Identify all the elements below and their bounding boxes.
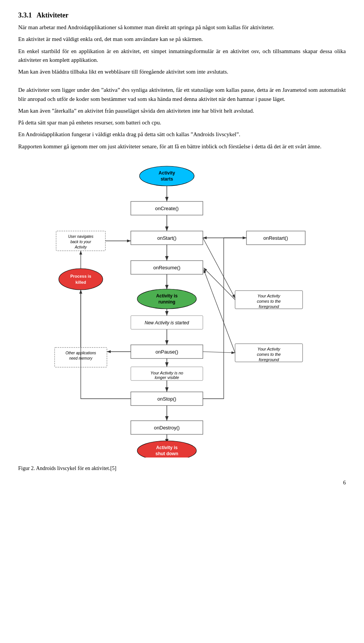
svg-text:starts: starts <box>161 176 173 182</box>
svg-text:Activity: Activity <box>158 170 175 176</box>
svg-text:Activity: Activity <box>74 245 87 249</box>
svg-text:Your Activity: Your Activity <box>257 347 281 351</box>
paragraph-3: En enkel startbild för en applikation är… <box>18 47 346 65</box>
svg-text:New Activity is started: New Activity is started <box>145 320 189 325</box>
paragraph-4: Man kan även bläddra tillbaka likt en we… <box>18 68 346 76</box>
svg-text:running: running <box>158 299 176 305</box>
paragraph-2: En aktivitet är med väldigt enkla ord, d… <box>18 35 346 44</box>
svg-text:comes to the: comes to the <box>257 299 281 303</box>
section-heading: 3.3.1 Aktiviteter <box>18 11 346 19</box>
svg-line-64 <box>203 238 235 298</box>
svg-text:Your Activity is no: Your Activity is no <box>151 371 183 375</box>
svg-text:onDestroy(): onDestroy() <box>154 425 180 431</box>
svg-text:longer visible: longer visible <box>155 375 179 380</box>
svg-text:foreground: foreground <box>259 357 279 362</box>
page-number: 6 <box>343 480 346 486</box>
svg-text:User navigates: User navigates <box>68 234 94 239</box>
svg-text:Process is: Process is <box>70 274 91 278</box>
svg-text:onCreate(): onCreate() <box>155 206 179 211</box>
svg-text:Your Activity: Your Activity <box>257 294 281 298</box>
svg-text:onStop(): onStop() <box>157 396 176 402</box>
figure-caption: Figur 2. Androids livscykel för en aktiv… <box>18 464 346 473</box>
svg-line-63 <box>203 352 235 353</box>
svg-point-54 <box>59 269 103 290</box>
svg-point-17 <box>137 289 196 309</box>
android-lifecycle-diagram: Activity starts onCreate() onStart() onR… <box>18 162 346 457</box>
svg-text:shut down: shut down <box>155 451 178 456</box>
paragraph-7: På detta sätt spar man på enhetes resurs… <box>18 118 346 127</box>
paragraph-6: Man kan även ”återkalla” en aktivitet fr… <box>18 107 346 115</box>
svg-text:back to your: back to your <box>71 240 91 244</box>
svg-text:onResume(): onResume() <box>153 265 180 270</box>
svg-text:Activity is: Activity is <box>156 293 178 299</box>
svg-text:foreground: foreground <box>259 304 279 309</box>
svg-point-2 <box>140 166 194 186</box>
svg-text:comes to the: comes to the <box>257 352 281 357</box>
paragraph-8: En Androidapplikation fungerar i väldigt… <box>18 130 346 139</box>
paragraph-5: De aktiviteter som ligger under den ”akt… <box>18 86 346 104</box>
svg-text:killed: killed <box>75 280 86 285</box>
paragraph-1: När man arbetar med Androidapplikationer… <box>18 23 346 32</box>
svg-text:Activity is: Activity is <box>156 445 178 450</box>
svg-text:onPause(): onPause() <box>155 349 178 355</box>
svg-text:onStart(): onStart() <box>157 235 177 241</box>
svg-line-35 <box>204 269 235 353</box>
svg-text:onRestart(): onRestart() <box>263 235 288 241</box>
paragraph-9: Rapporten kommer gå igenom mer om just a… <box>18 142 346 151</box>
svg-line-24 <box>204 268 235 300</box>
